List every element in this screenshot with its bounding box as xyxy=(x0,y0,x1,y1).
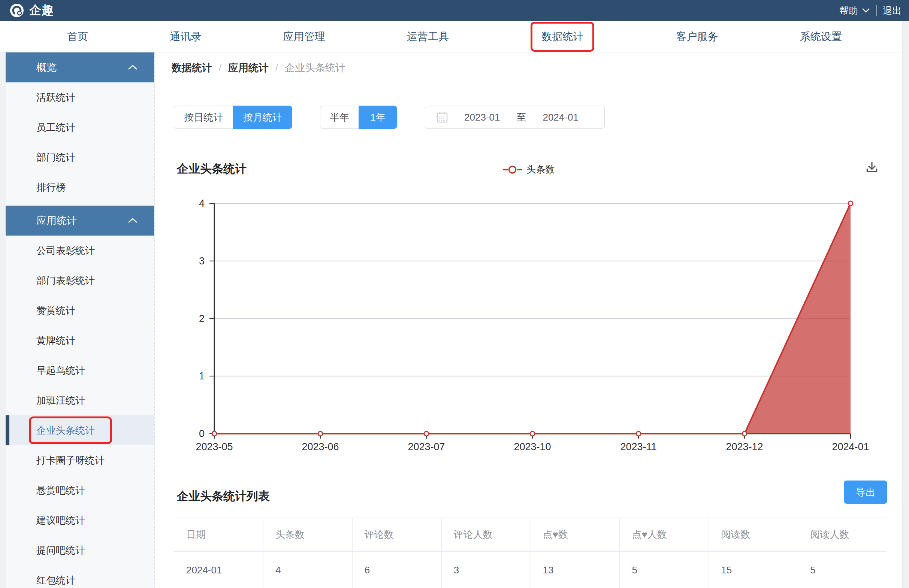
content: 数据统计 / 应用统计 / 企业头条统计 按日统计 按月统计 半年 1年 xyxy=(155,52,902,588)
sidebar-item-headline-stats[interactable]: 企业头条统计 xyxy=(6,415,154,445)
nav-tab-data-statistics[interactable]: 数据统计 xyxy=(542,31,583,42)
sidebar-item-company-praise[interactable]: 公司表彰统计 xyxy=(6,236,154,265)
cell-like-count: 13 xyxy=(531,552,620,588)
sidebar-item-active-stats[interactable]: 活跃统计 xyxy=(6,82,154,112)
sidebar-item-suggestion[interactable]: 建议吧统计 xyxy=(6,505,154,535)
breadcrumb: 数据统计 / 应用统计 / 企业头条统计 xyxy=(155,52,902,83)
col-header-comment-count: 评论数 xyxy=(352,518,442,552)
svg-text:1: 1 xyxy=(199,370,205,382)
svg-text:4: 4 xyxy=(199,198,205,209)
cell-date: 2024-01 xyxy=(174,552,264,588)
annotation-box-nav: 数据统计 xyxy=(531,22,594,52)
col-header-read-count: 阅读数 xyxy=(709,518,798,552)
logout-button[interactable]: 退出 xyxy=(883,5,901,17)
active-indicator-bar xyxy=(6,415,10,445)
sidebar-group-app-stats[interactable]: 应用统计 xyxy=(6,206,154,236)
col-header-reader-count: 阅读人数 xyxy=(798,518,887,552)
monthly-stats-button[interactable]: 按月统计 xyxy=(233,106,292,129)
sidebar-item-ranking[interactable]: 排行榜 xyxy=(6,172,154,202)
brand-name: 企趣 xyxy=(29,2,54,19)
logout-label: 退出 xyxy=(883,5,901,17)
sidebar-item-department-stats[interactable]: 部门统计 xyxy=(6,142,154,172)
topbar-divider xyxy=(876,5,877,16)
sidebar-item-checkin-circle[interactable]: 打卡圈子呀统计 xyxy=(6,445,154,475)
table-row: 2024-01 4 6 3 13 5 15 5 xyxy=(174,552,887,588)
breadcrumb-separator: / xyxy=(219,62,222,73)
chevron-down-icon xyxy=(862,8,870,13)
cell-comment-count: 6 xyxy=(352,552,442,588)
help-label: 帮助 xyxy=(839,5,858,17)
scrollbar-track[interactable] xyxy=(902,21,909,588)
breadcrumb-data-statistics[interactable]: 数据统计 xyxy=(171,61,212,74)
one-year-button[interactable]: 1年 xyxy=(359,106,397,129)
col-header-headline-count: 头条数 xyxy=(263,518,352,552)
sidebar-item-headline-stats-label: 企业头条统计 xyxy=(36,425,95,436)
nav-tab-contacts[interactable]: 通讯录 xyxy=(170,29,201,44)
breadcrumb-app-statistics[interactable]: 应用统计 xyxy=(228,61,268,74)
cell-read-count: 15 xyxy=(709,552,798,588)
svg-text:2024-01: 2024-01 xyxy=(832,441,869,452)
app-screen: 企趣 帮助 退出 首页 通讯录 应用管理 运营工具 数据统计 客户服务 系统设置 xyxy=(0,0,909,588)
svg-text:3: 3 xyxy=(199,255,205,267)
headline-stats-table: 日期 头条数 评论数 评论人数 点♥数 点♥人数 阅读数 阅读人数 2024-0… xyxy=(174,518,887,588)
svg-text:0: 0 xyxy=(199,428,205,439)
sidebar-group-overview[interactable]: 概览 xyxy=(6,52,154,82)
page-left-strip xyxy=(0,52,6,588)
topbar: 企趣 帮助 退出 xyxy=(0,0,909,21)
cell-liker-count: 5 xyxy=(620,552,709,588)
daily-stats-button[interactable]: 按日统计 xyxy=(174,106,233,129)
table-section-title: 企业头条统计列表 xyxy=(177,488,270,504)
col-header-date: 日期 xyxy=(174,518,264,552)
line-circle-marker-icon xyxy=(503,166,522,174)
sidebar-item-early-bird[interactable]: 早起鸟统计 xyxy=(6,355,154,385)
breadcrumb-separator: / xyxy=(275,62,278,73)
filter-bar: 按日统计 按月统计 半年 1年 2023-01 xyxy=(155,106,605,129)
half-year-button[interactable]: 半年 xyxy=(320,106,359,129)
legend-label: 头条数 xyxy=(527,163,555,176)
sidebar-item-bounty[interactable]: 悬赏吧统计 xyxy=(6,475,154,505)
svg-text:2023-11: 2023-11 xyxy=(620,441,657,452)
chart-legend[interactable]: 头条数 xyxy=(503,163,555,176)
download-chart-button[interactable] xyxy=(865,160,879,176)
svg-text:2023-06: 2023-06 xyxy=(302,441,339,452)
table-header-row: 日期 头条数 评论数 评论人数 点♥数 点♥人数 阅读数 阅读人数 xyxy=(174,518,887,552)
main-nav: 首页 通讯录 应用管理 运营工具 数据统计 客户服务 系统设置 xyxy=(0,21,909,52)
help-menu[interactable]: 帮助 xyxy=(839,5,870,17)
sidebar-item-yellow-card[interactable]: 黄牌统计 xyxy=(6,325,154,355)
svg-text:2023-05: 2023-05 xyxy=(196,441,233,452)
nav-tab-app-management[interactable]: 应用管理 xyxy=(283,29,325,44)
chevron-up-icon xyxy=(128,218,137,224)
nav-tab-operation-tools[interactable]: 运营工具 xyxy=(407,29,449,44)
sidebar-item-question[interactable]: 提问吧统计 xyxy=(6,535,154,565)
nav-tab-home[interactable]: 首页 xyxy=(67,29,88,44)
cell-reader-count: 5 xyxy=(798,552,887,588)
sidebar-item-dept-praise[interactable]: 部门表彰统计 xyxy=(6,265,154,296)
logo-icon xyxy=(10,3,24,18)
export-button[interactable]: 导出 xyxy=(844,480,887,504)
sidebar-item-employee-stats[interactable]: 员工统计 xyxy=(6,112,154,142)
svg-text:2023-07: 2023-07 xyxy=(408,441,445,452)
chevron-up-icon xyxy=(128,65,137,70)
sidebar: 概览 活跃统计 员工统计 部门统计 排行榜 应用统计 公司表彰统计 部门表彰统计… xyxy=(6,52,155,588)
sidebar-item-appreciation[interactable]: 赞赏统计 xyxy=(6,296,154,325)
svg-text:2: 2 xyxy=(199,313,205,324)
brand[interactable]: 企趣 xyxy=(10,2,54,19)
sidebar-item-overtime[interactable]: 加班汪统计 xyxy=(6,385,154,415)
col-header-like-count: 点♥数 xyxy=(531,518,620,552)
cell-commenter-count: 3 xyxy=(442,552,531,588)
date-start: 2023-01 xyxy=(464,111,500,123)
headline-chart: 012342023-052023-062023-072023-102023-11… xyxy=(155,187,902,480)
nav-tab-customer-service[interactable]: 客户服务 xyxy=(676,29,718,44)
sidebar-item-red-packet[interactable]: 红包统计 xyxy=(6,565,154,588)
date-range-picker[interactable]: 2023-01 至 2024-01 xyxy=(425,106,605,129)
date-end: 2024-01 xyxy=(543,111,578,123)
svg-text:2023-12: 2023-12 xyxy=(726,441,763,452)
nav-tab-system-settings[interactable]: 系统设置 xyxy=(800,29,842,44)
calendar-icon xyxy=(437,111,448,123)
download-icon xyxy=(865,160,879,174)
cell-headline-count: 4 xyxy=(263,552,352,588)
stat-mode-group: 按日统计 按月统计 xyxy=(174,106,292,129)
col-header-liker-count: 点♥人数 xyxy=(620,518,709,552)
breadcrumb-current-page: 企业头条统计 xyxy=(285,61,346,74)
svg-text:2023-10: 2023-10 xyxy=(514,441,551,452)
